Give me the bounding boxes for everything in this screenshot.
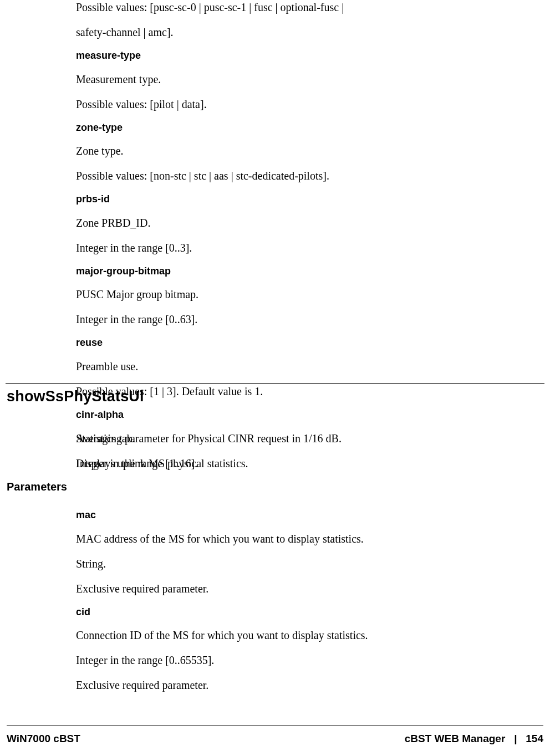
cid-range: Integer in the range [0..65535]. bbox=[76, 653, 528, 668]
page: Possible values: [pusc-sc-0 | pusc-sc-1 … bbox=[0, 0, 550, 756]
footer: WiN7000 cBST cBST WEB Manager | 154 bbox=[7, 733, 543, 745]
section-intro-line1: Statistics tab. bbox=[76, 431, 528, 446]
possible-values-line1: Possible values: [pusc-sc-0 | pusc-sc-1 … bbox=[76, 0, 528, 15]
param-label-zone-type: zone-type bbox=[76, 122, 528, 134]
footer-divider bbox=[7, 726, 543, 726]
param-label-mac: mac bbox=[76, 509, 528, 522]
mac-desc: MAC address of the MS for which you want… bbox=[76, 532, 528, 546]
prbs-id-range: Integer in the range [0..3]. bbox=[76, 241, 528, 256]
reuse-desc: Preamble use. bbox=[76, 359, 528, 374]
parameters-heading: Parameters bbox=[7, 481, 67, 493]
prbs-id-desc: Zone PRBD_ID. bbox=[76, 216, 528, 231]
section-intro-line2: Displays uplink MS physical statistics. bbox=[76, 456, 528, 471]
param-label-major-group-bitmap: major-group-bitmap bbox=[76, 265, 528, 278]
param-label-cinr-alpha: cinr-alpha bbox=[76, 409, 528, 421]
param-label-prbs-id: prbs-id bbox=[76, 193, 528, 206]
possible-values-line2: safety-channel | amc]. bbox=[76, 25, 528, 40]
zone-type-values: Possible values: [non-stc | stc | aas | … bbox=[76, 168, 528, 183]
section-divider bbox=[6, 383, 544, 384]
major-group-bitmap-range: Integer in the range [0..63]. bbox=[76, 312, 528, 327]
param-label-cid: cid bbox=[76, 606, 528, 619]
section-parameters-body: mac MAC address of the MS for which you … bbox=[76, 499, 528, 693]
footer-right: cBST WEB Manager | 154 bbox=[405, 733, 543, 745]
param-label-measure-type: measure-type bbox=[76, 50, 528, 62]
cid-desc: Connection ID of the MS for which you wa… bbox=[76, 628, 528, 643]
mac-type: String. bbox=[76, 556, 528, 571]
cid-req: Exclusive required parameter. bbox=[76, 678, 528, 693]
major-group-bitmap-desc: PUSC Major group bitmap. bbox=[76, 287, 528, 302]
content-area: Possible values: [pusc-sc-0 | pusc-sc-1 … bbox=[0, 0, 550, 756]
section-intro: Statistics tab. Displays uplink MS physi… bbox=[76, 431, 528, 471]
measure-type-desc: Measurement type. bbox=[76, 72, 528, 87]
section-title-showssphystatsul: showSsPhyStatsUl bbox=[7, 388, 144, 405]
param-label-reuse: reuse bbox=[76, 337, 528, 349]
mac-req: Exclusive required parameter. bbox=[76, 581, 528, 596]
zone-type-desc: Zone type. bbox=[76, 144, 528, 159]
footer-left: WiN7000 cBST bbox=[7, 733, 80, 745]
measure-type-values: Possible values: [pilot | data]. bbox=[76, 97, 528, 112]
